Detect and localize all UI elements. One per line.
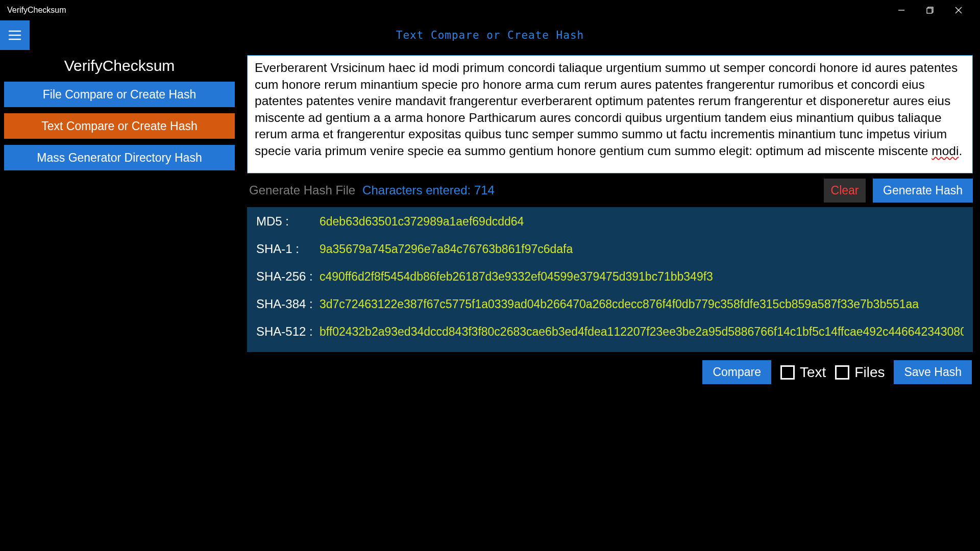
- input-text-suffix: .: [959, 144, 962, 158]
- hash-label-sha256: SHA-256 :: [256, 269, 320, 284]
- hash-value-md5[interactable]: 6deb63d63501c372989a1aef69dcdd64: [320, 215, 524, 229]
- hash-value-sha384[interactable]: 3d7c72463122e387f67c5775f1a0339ad04b2664…: [320, 297, 919, 311]
- characters-entered: Characters entered: 714: [362, 183, 495, 197]
- sidebar: VerifyChecksum File Compare or Create Ha…: [0, 50, 239, 551]
- hash-label-sha512: SHA-512 :: [256, 324, 320, 339]
- clear-button[interactable]: Clear: [824, 179, 866, 203]
- checkbox-icon: [780, 365, 795, 380]
- checkbox-icon: [835, 365, 849, 380]
- text-input[interactable]: Everberarent Vrsicinum haec id modi prim…: [247, 55, 973, 173]
- generate-row: Generate Hash File Characters entered: 7…: [247, 173, 973, 207]
- page-heading: Text Compare or Create Hash: [30, 29, 950, 41]
- files-checkbox[interactable]: Files: [835, 364, 885, 381]
- text-checkbox-label: Text: [800, 364, 826, 381]
- hash-row-sha512: SHA-512 : bff02432b2a93ed34dccd843f3f80c…: [256, 324, 964, 339]
- hash-label-sha1: SHA-1 :: [256, 242, 320, 256]
- close-icon: [955, 7, 962, 14]
- hash-row-sha256: SHA-256 : c490ff6d2f8f5454db86feb26187d3…: [256, 269, 964, 284]
- input-text-prefix: Everberarent Vrsicinum haec id modi prim…: [255, 61, 958, 158]
- window-controls: [887, 0, 973, 20]
- hash-label-md5: MD5 :: [256, 214, 320, 229]
- save-hash-button[interactable]: Save Hash: [894, 360, 972, 384]
- maximize-icon: [926, 7, 934, 14]
- hash-value-sha512[interactable]: bff02432b2a93ed34dccd843f3f80c2683cae6b3…: [320, 325, 964, 339]
- minimize-icon: [898, 7, 905, 14]
- maximize-button[interactable]: [916, 0, 944, 20]
- app-title: VerifyChecksum: [7, 6, 66, 15]
- nav-text-compare[interactable]: Text Compare or Create Hash: [4, 113, 235, 139]
- hamburger-menu-button[interactable]: [0, 20, 30, 50]
- title-bar: VerifyChecksum: [0, 0, 980, 20]
- svg-rect-2: [927, 8, 932, 13]
- header-row: Text Compare or Create Hash: [0, 20, 980, 50]
- nav-file-compare[interactable]: File Compare or Create Hash: [4, 82, 235, 107]
- hash-value-sha256[interactable]: c490ff6d2f8f5454db86feb26187d3e9332ef045…: [320, 270, 713, 284]
- hash-label-sha384: SHA-384 :: [256, 297, 320, 311]
- hamburger-icon: [8, 30, 22, 41]
- hash-row-sha1: SHA-1 : 9a35679a745a7296e7a84c76763b861f…: [256, 242, 964, 256]
- sidebar-title: VerifyChecksum: [4, 55, 235, 82]
- close-button[interactable]: [944, 0, 973, 20]
- hash-row-md5: MD5 : 6deb63d63501c372989a1aef69dcdd64: [256, 214, 964, 229]
- main-content: Everberarent Vrsicinum haec id modi prim…: [239, 50, 980, 551]
- generate-hash-button[interactable]: Generate Hash: [873, 179, 973, 203]
- text-checkbox[interactable]: Text: [780, 364, 826, 381]
- hash-row-sha384: SHA-384 : 3d7c72463122e387f67c5775f1a033…: [256, 297, 964, 311]
- hash-results-panel: MD5 : 6deb63d63501c372989a1aef69dcdd64 S…: [247, 207, 973, 352]
- input-text-underlined: modi: [932, 144, 959, 158]
- bottom-actions: Compare Text Files Save Hash: [247, 352, 973, 384]
- compare-button[interactable]: Compare: [702, 360, 771, 384]
- nav-mass-generator[interactable]: Mass Generator Directory Hash: [4, 145, 235, 170]
- generate-hash-file-label: Generate Hash File: [249, 183, 355, 197]
- minimize-button[interactable]: [887, 0, 916, 20]
- hash-value-sha1[interactable]: 9a35679a745a7296e7a84c76763b861f97c6dafa: [320, 242, 573, 256]
- files-checkbox-label: Files: [854, 364, 885, 381]
